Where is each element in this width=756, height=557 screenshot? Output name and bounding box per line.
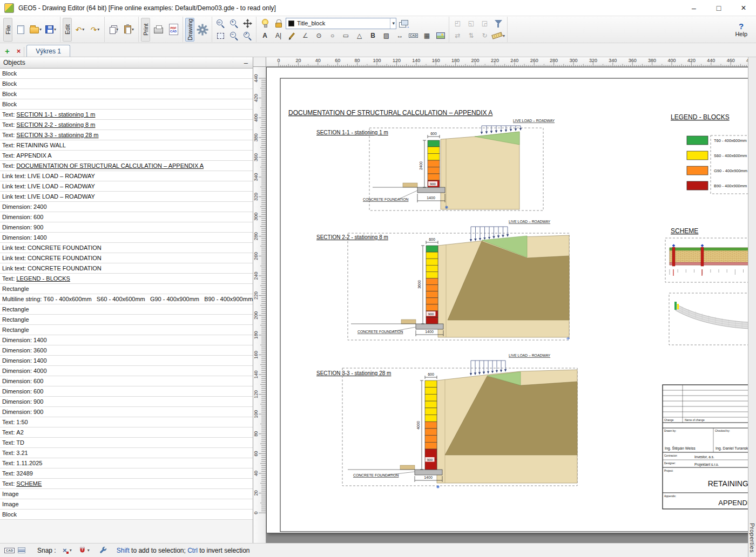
mirror-vertical-button[interactable]: ⇅ <box>465 30 477 42</box>
snap-settings-button[interactable] <box>98 545 109 555</box>
objects-list-item[interactable]: Text: 32489 <box>0 468 253 479</box>
objects-list-item[interactable]: Block <box>0 99 253 110</box>
drawing-menu-button[interactable]: Drawing <box>185 18 194 42</box>
objects-list-item[interactable]: Rectangle <box>0 325 253 335</box>
objects-list-item[interactable]: Text: 1.11.2025 <box>0 458 253 468</box>
objects-list-item[interactable]: Text: RETAINING WALL <box>0 140 253 151</box>
print-button[interactable] <box>151 18 165 42</box>
legend-label[interactable]: S60 - 400x600mm <box>714 153 747 158</box>
objects-list-item[interactable]: Text: SCHEME <box>0 479 253 489</box>
close-button[interactable]: × <box>731 0 756 16</box>
legend-title[interactable]: LEGEND - BLOCKS <box>671 113 730 121</box>
file-menu-button[interactable]: File <box>3 18 12 42</box>
zoom-window-button[interactable]: ▭ <box>214 17 227 29</box>
objects-list-item[interactable]: Block <box>0 69 253 79</box>
objects-list-item[interactable]: Text: LEGEND - BLOCKS <box>0 274 253 284</box>
objects-list-item[interactable]: Dimension: 900 <box>0 222 253 233</box>
objects-list-item[interactable]: Text: SECTION 1-1 - stationing 1 m <box>0 110 253 120</box>
objects-list-item[interactable]: Text: TD <box>0 438 253 448</box>
polyline-tool-button[interactable] <box>286 30 298 42</box>
objects-list-item[interactable]: Image <box>0 499 253 510</box>
link-text-tool-button[interactable]: A| <box>272 30 285 42</box>
objects-list-item[interactable]: Block <box>0 89 253 99</box>
objects-list-item[interactable]: Dimension: 4000 <box>0 366 253 376</box>
objects-list-item[interactable]: Dimension: 1400 <box>0 335 253 345</box>
objects-list-item[interactable]: Text: DOCUMENTATION OF STRUCTURAL CALCUL… <box>0 161 253 171</box>
rectangle-tool-button[interactable]: ▭ <box>340 30 352 42</box>
point-tool-button[interactable]: ⊙ <box>313 30 325 42</box>
legend-label[interactable]: G90 - 400x900mm <box>714 168 747 173</box>
doc-title-text[interactable]: DOCUMENTATION OF STRUCTURAL CALCULATION … <box>288 109 492 117</box>
live-load-label[interactable]: LIVE LOAD – ROADWAY <box>513 119 555 123</box>
help-button[interactable]: ? Help <box>730 22 753 37</box>
objects-list-item[interactable]: Link text: LIVE LOAD – ROADWAY <box>0 171 253 181</box>
pdf-cad-export-button[interactable]: PDFCAD <box>166 18 180 42</box>
section-2-title[interactable]: SECTION 2-2 - stationing 8 m <box>316 234 388 240</box>
objects-list-item[interactable]: Block <box>0 510 253 520</box>
objects-list-item[interactable]: Dimension: 900 <box>0 407 253 417</box>
redo-button[interactable]: ↷▾ <box>88 18 102 42</box>
measure-button[interactable]: ▾ <box>492 30 505 42</box>
objects-list-item[interactable]: Dimension: 600 <box>0 376 253 386</box>
collapse-panel-button[interactable]: – <box>242 59 249 67</box>
objects-list-item[interactable]: Text: SECTION 3-3 - stationing 28 m <box>0 130 253 140</box>
group-button[interactable]: ◲ <box>478 17 491 29</box>
snap-mode-button[interactable]: ×▾ <box>59 546 73 555</box>
copy-button[interactable]: ▾ <box>107 18 121 42</box>
scheme-title[interactable]: SCHEME <box>671 227 698 235</box>
pan-button[interactable] <box>241 17 254 29</box>
objects-list-item[interactable]: Dimension: 2400 <box>0 202 253 212</box>
objects-list-item[interactable]: Link text: LIVE LOAD – ROADWAY <box>0 192 253 202</box>
table-tool-button[interactable]: ▦ <box>421 30 433 42</box>
circle-tool-button[interactable]: ○ <box>326 30 339 42</box>
objects-list-item[interactable]: Block <box>0 79 253 89</box>
legend-swatch-g90[interactable] <box>687 166 708 175</box>
objects-list-item[interactable]: Link text: CONCRETE FOUNDATION <box>0 243 253 253</box>
legend-swatch-t60[interactable] <box>687 136 708 145</box>
magnet-snap-button[interactable]: ▾ <box>77 545 91 555</box>
text-tool-button[interactable]: A <box>259 30 271 42</box>
horizontal-ruler[interactable]: 0204060801001201401601802002202402602803… <box>266 57 756 67</box>
visibility-toggle-button[interactable] <box>259 17 271 29</box>
objects-list-item[interactable]: Rectangle <box>0 315 253 325</box>
vertical-ruler[interactable]: 4404204003803603403203002802602402202001… <box>253 67 266 543</box>
slope-tool-button[interactable]: ∠ <box>299 30 312 42</box>
section-1-title[interactable]: SECTION 1-1 - stationing 1 m <box>316 130 388 135</box>
zoom-out-button[interactable]: − <box>228 30 240 42</box>
objects-list-item[interactable]: Text: 3.21 <box>0 448 253 458</box>
title-block[interactable]: Change Name of change Date: Approved by:… <box>663 385 756 509</box>
legend-swatch-b90[interactable] <box>687 181 708 190</box>
properties-panel-tab[interactable]: Properties <box>748 57 756 557</box>
legend-label[interactable]: B90 - 400x900mm <box>714 184 747 188</box>
assign-layer-button[interactable]: → <box>397 17 410 29</box>
objects-list-item[interactable]: Dimension: 600 <box>0 212 253 222</box>
dimension-tool-button[interactable]: ↔ <box>394 30 406 42</box>
filter-button[interactable] <box>492 17 504 29</box>
polygon-tool-button[interactable]: △ <box>353 30 366 42</box>
objects-list-item[interactable]: Dimension: 900 <box>0 397 253 407</box>
legend-label[interactable]: T60 - 400x600mm <box>714 138 747 143</box>
objects-list-item[interactable]: Link text: CONCRETE FOUNDATION <box>0 263 253 274</box>
print-menu-button[interactable]: Print <box>141 18 150 42</box>
foundation-label[interactable]: CONCRETE FOUNDATION <box>363 198 409 201</box>
objects-list-item[interactable]: Rectangle <box>0 284 253 294</box>
chevron-down-icon[interactable]: ▾ <box>390 18 395 29</box>
settings-button[interactable] <box>195 18 210 42</box>
live-load-label[interactable]: LIVE LOAD – ROADWAY <box>509 354 551 357</box>
objects-list-item[interactable]: Link text: CONCRETE FOUNDATION <box>0 253 253 263</box>
objects-list-item[interactable]: Text: APPENDIX A <box>0 151 253 161</box>
cad-import-button[interactable]: CAD <box>407 30 420 42</box>
objects-list-item[interactable]: Image <box>0 489 253 499</box>
section-3-title[interactable]: SECTION 3-3 - stationing 28 m <box>316 370 391 376</box>
paste-button[interactable]: ▾ <box>122 18 136 42</box>
objects-list-item[interactable]: Text: A2 <box>0 427 253 438</box>
objects-list-item[interactable]: Dimension: 1400 <box>0 233 253 243</box>
objects-list-item[interactable]: Dimension: 1400 <box>0 356 253 366</box>
mirror-horizontal-button[interactable]: ⇄ <box>451 30 464 42</box>
cad-settings-button[interactable]: CAD <box>4 548 15 553</box>
line-styles-button[interactable] <box>18 547 25 553</box>
objects-list-item[interactable]: Text: 1:50 <box>0 417 253 427</box>
layer-select-combobox[interactable]: Title_block ▾ <box>286 18 396 29</box>
drawing-canvas[interactable]: DOCUMENTATION OF STRUCTURAL CALCULATION … <box>266 67 756 533</box>
legend-swatch-s60[interactable] <box>687 151 708 160</box>
